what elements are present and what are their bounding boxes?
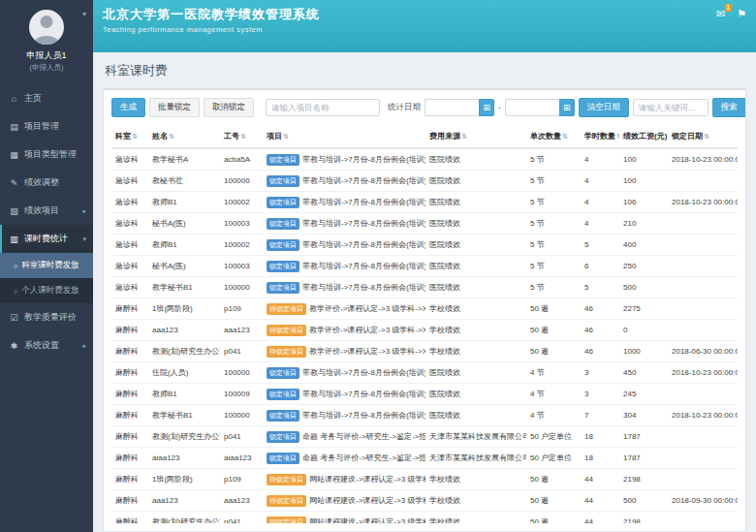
hours-cell: 4 <box>581 148 619 171</box>
hours-cell: 3 <box>581 362 619 384</box>
table-row[interactable]: 急诊科秘书A(医)100003锁定项目带教与培训->7月份-8月份例会(培训)医… <box>111 213 738 235</box>
name-cell: 教师B1 <box>148 384 220 405</box>
sidebar-item-perf-projects[interactable]: ▧绩效项目▸ <box>0 197 93 225</box>
project-cell: 锁定项目命题 考务与评价->研究生->鉴定->指标 <box>263 426 425 448</box>
date-to-input[interactable] <box>505 99 559 116</box>
sidebar-item-label: 绩效调整 <box>24 176 59 189</box>
project-cell: 待锁定项目教学评价->课程认定->3 级学科->X 无编辑人 <box>263 298 425 320</box>
dept-cell: 麻醉科 <box>111 426 148 448</box>
unit-cell: 50 遍 <box>526 341 581 362</box>
table-row[interactable]: 急诊科教学秘书B1100000锁定项目带教与培训->7月份-8月份例会(培训)医… <box>111 277 738 298</box>
sidebar-item-home[interactable]: ⌂主页 <box>0 84 93 112</box>
table-row[interactable]: 麻醉科教测(划)研究生办公室Ap041待锁定项目教学评价->课程认定->3 级学… <box>111 341 738 362</box>
chevron-down-icon: ▾ <box>82 235 86 243</box>
calendar-icon[interactable]: ⊞ <box>479 99 494 116</box>
sort-icon: ⇅ <box>240 133 246 140</box>
table-row[interactable]: 麻醉科1班(两阶段)p109待锁定项目教学评价->课程认定->3 级学科->X … <box>111 298 738 320</box>
sidebar-item-perf-adjust[interactable]: ✎绩效调整 <box>0 169 93 197</box>
hours-cell: 4 <box>581 213 619 235</box>
name-cell: aiaa123 <box>148 448 220 469</box>
column-header[interactable]: 工号⇅ <box>220 125 263 148</box>
table-row[interactable]: 麻醉科住院(人员)100000锁定项目带教与培训->7月份-8月份例会(培训)医… <box>111 362 738 384</box>
name-cell: 教师B1 <box>148 235 220 256</box>
unit-cell: 50 遍 <box>526 490 581 512</box>
table-row[interactable]: 麻醉科教师B1100009锁定项目带教与培训->7月份-8月份例会(培训)医院绩… <box>111 384 738 405</box>
flag-icon[interactable]: ⚑ <box>737 8 746 20</box>
status-badge: 锁定项目 <box>267 410 299 422</box>
page-title: 科室课时费 <box>105 62 746 79</box>
user-panel[interactable]: 申报人员1 (申报人员) ▾ <box>0 0 93 84</box>
table-row[interactable]: 急诊科教学秘书Aacba5A锁定项目带教与培训->7月份-8月份例会(培训)医院… <box>111 148 738 171</box>
name-cell: 教测(划)研究生办公室A <box>148 341 220 362</box>
sidebar-item-fee-stats[interactable]: ▥课时费统计▾ <box>0 225 93 253</box>
source-cell: 学校绩效 <box>425 490 526 512</box>
app-subtitle: Teaching performance management system <box>103 25 320 34</box>
keyword-input[interactable] <box>633 99 709 116</box>
main-area: 北京大学第一医院教学绩效管理系统 Teaching performance ma… <box>93 0 756 532</box>
table-row[interactable]: 急诊科教秘书壮100000锁定项目带教与培训->7月份-8月份例会(培训)医院绩… <box>111 171 738 192</box>
lockdate-cell <box>668 320 738 341</box>
column-header[interactable]: 绩效工资(元)⇅ <box>619 125 668 148</box>
name-cell: 教师B1 <box>148 192 220 213</box>
name-cell: 教测(划)研究生办公室A <box>148 426 220 448</box>
hours-cell: 5 <box>581 235 619 256</box>
column-header[interactable]: 单次数量⇅ <box>526 125 581 148</box>
id-cell: 100000 <box>220 362 263 384</box>
column-header[interactable]: 锁定日期⇅ <box>668 125 738 148</box>
column-header[interactable]: 费用来源⇅ <box>425 125 526 148</box>
batch-lock-button[interactable]: 批量锁定 <box>149 98 200 117</box>
table-row[interactable]: 麻醉科教测(划)研究生办公室Ap041锁定项目命题 考务与评价->研究生->鉴定… <box>111 426 738 448</box>
status-badge: 待锁定项目 <box>267 303 306 315</box>
table-row[interactable]: 麻醉科aaa123aaa123待锁定项目网站课程建设->课程认定->3 级学科-… <box>111 490 738 512</box>
unit-cell: 50 遍 <box>526 298 581 320</box>
sidebar-subitem-dept-fee[interactable]: ○科室课时费发放 <box>0 253 93 278</box>
table-row[interactable]: 急诊科教师B1100002锁定项目带教与培训->7月份-8月份例会(培训)医院绩… <box>111 192 738 213</box>
user-role: (申报人员) <box>6 63 87 73</box>
hours-cell: 6 <box>581 256 619 277</box>
project-cell: 锁定项目带教与培训->7月份-8月份例会(培训) <box>263 256 425 277</box>
date-range-label: 统计日期 <box>388 102 421 113</box>
generate-button[interactable]: 生成 <box>111 98 145 117</box>
status-badge: 锁定项目 <box>267 239 299 251</box>
calendar-icon[interactable]: ⊞ <box>559 99 575 116</box>
source-cell: 天津市某某科技发展有限公司某某项目 <box>425 426 526 448</box>
hours-cell: 3 <box>581 384 619 405</box>
status-badge: 锁定项目 <box>267 389 299 400</box>
table-row[interactable]: 麻醉科教学秘书B1100000锁定项目带教与培训->7月份-8月份例会(培训)医… <box>111 405 738 426</box>
notification-icon[interactable]: ✉1 <box>716 8 725 20</box>
sidebar-item-project-types[interactable]: ▦项目类型管理 <box>0 141 93 169</box>
name-cell: 教测(划)研究生办公室A <box>148 512 220 524</box>
column-header[interactable]: 姓名⇅ <box>148 125 220 148</box>
sidebar-item-quality[interactable]: ☑教学质量评价 <box>0 303 93 331</box>
id-cell: aiaa123 <box>220 448 263 469</box>
date-from-input[interactable] <box>425 99 479 116</box>
column-header[interactable]: 科室⇅ <box>111 125 148 148</box>
project-cell: 锁定项目带教与培训->7月份-8月份例会(培训) <box>263 384 425 405</box>
column-header[interactable]: 项目⇅ <box>263 125 425 148</box>
hours-cell: 46 <box>581 341 619 362</box>
table-row[interactable]: 麻醉科教测(划)研究生办公室Ap041待锁定项目网站课程建设->课程认定->3 … <box>111 512 738 524</box>
column-header[interactable]: 学时数量⇅ <box>581 125 619 148</box>
chevron-right-icon: ▸ <box>82 207 86 215</box>
status-badge: 锁定项目 <box>267 261 299 272</box>
pay-cell: 450 <box>619 362 668 384</box>
pay-cell: 245 <box>619 384 668 405</box>
table-row[interactable]: 急诊科秘书A(医)100003锁定项目带教与培训->7月份-8月份例会(培训)医… <box>111 256 738 277</box>
sidebar-item-settings[interactable]: ✱系统设置▸ <box>0 331 93 360</box>
id-cell: p109 <box>220 469 263 490</box>
clear-date-button[interactable]: 清空日期 <box>579 98 629 117</box>
table-row[interactable]: 急诊科教师B1100002锁定项目带教与培训->7月份-8月份例会(培训)医院绩… <box>111 235 738 256</box>
pay-cell: 2275 <box>619 298 668 320</box>
table-row[interactable]: 麻醉科1班(两阶段)p109待锁定项目网站课程建设->课程认定->3 级学科->… <box>111 469 738 490</box>
batch-unlock-button[interactable]: 取消锁定 <box>204 98 254 117</box>
search-button[interactable]: 搜索 <box>712 98 746 117</box>
sidebar-item-projects[interactable]: ▤项目管理 <box>0 112 93 141</box>
project-cell: 锁定项目带教与培训->7月份-8月份例会(培训) <box>263 148 425 171</box>
sidebar-subitem-personal-fee[interactable]: ○个人课时费发放 <box>0 278 93 303</box>
sort-icon: ⇅ <box>132 133 138 140</box>
source-cell: 医院绩效 <box>425 192 526 213</box>
project-name-input[interactable] <box>266 99 380 116</box>
table-row[interactable]: 麻醉科aiaa123aiaa123锁定项目命题 考务与评价->研究生->鉴定->… <box>111 448 738 469</box>
pay-cell: 100 <box>619 171 668 192</box>
table-row[interactable]: 麻醉科aaa123aaa123待锁定项目教学评价->课程认定->3 级学科->X… <box>111 320 738 341</box>
